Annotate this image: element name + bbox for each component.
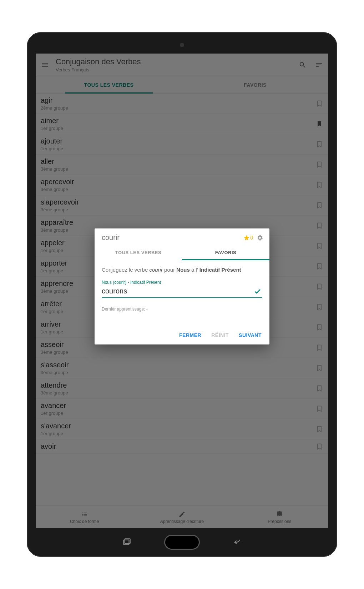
conjugation-prompt: Conjuguez le verbe courir pour Nous à l'… xyxy=(102,266,262,273)
recents-icon[interactable] xyxy=(121,537,132,548)
dialog-tab-favorites[interactable]: FAVORIS xyxy=(182,245,269,260)
dialog-actions: FERMER RÉINIT SUIVANT xyxy=(95,325,269,344)
dialog-header: courir 0 xyxy=(95,228,269,245)
close-button[interactable]: FERMER xyxy=(179,332,201,338)
answer-field-wrap xyxy=(102,286,262,298)
reset-button[interactable]: RÉINIT xyxy=(211,332,229,338)
answer-input[interactable] xyxy=(102,286,253,297)
back-icon[interactable] xyxy=(232,537,243,548)
gear-icon[interactable] xyxy=(256,234,264,242)
home-button[interactable] xyxy=(164,535,200,550)
dialog-title: courir xyxy=(102,233,241,242)
dialog-tab-all[interactable]: TOUS LES VERBES xyxy=(95,245,182,260)
camera-dot xyxy=(180,43,184,47)
screen: Conjugaison des Verbes Verbes Français T… xyxy=(36,54,328,528)
last-learning: Dernièr apprentissage: - xyxy=(102,307,262,312)
star-count: 0 xyxy=(250,235,253,241)
hardware-buttons xyxy=(27,535,337,550)
star-score[interactable]: 0 xyxy=(243,235,253,241)
field-label: Nous (courir) - Indicatif Présent xyxy=(102,280,262,285)
tablet-frame: Conjugaison des Verbes Verbes Français T… xyxy=(27,32,337,557)
dialog-body: Conjuguez le verbe courir pour Nous à l'… xyxy=(95,260,269,314)
dialog-tabs: TOUS LES VERBES FAVORIS xyxy=(95,245,269,260)
next-button[interactable]: SUIVANT xyxy=(239,332,262,338)
practice-dialog: courir 0 TOUS LES VERBES FAVORIS Conjugu… xyxy=(95,228,269,344)
check-icon xyxy=(253,287,262,296)
